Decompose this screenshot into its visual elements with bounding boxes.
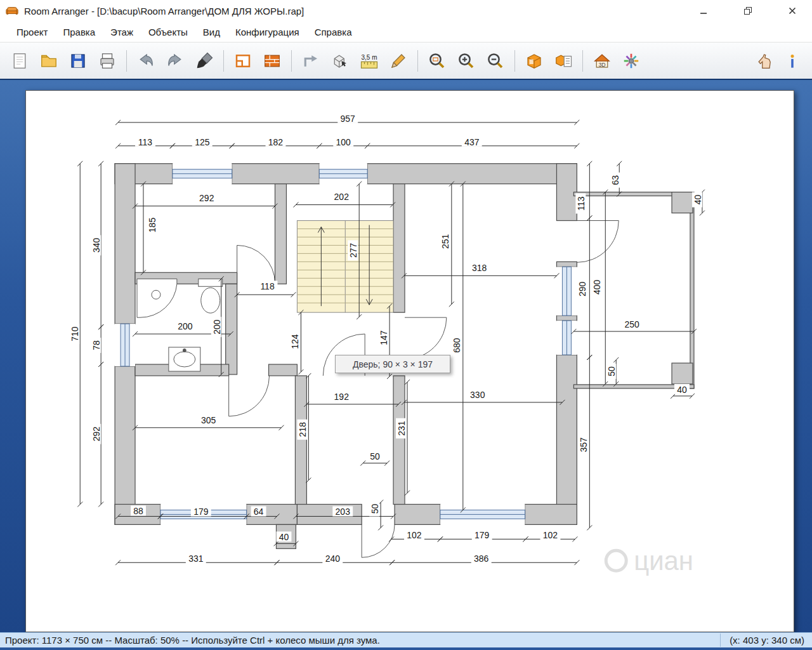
new-document-icon — [10, 51, 29, 70]
dimension-label: 64 — [251, 506, 266, 517]
door-tooltip-text: Дверь; 90 × 3 × 197 — [353, 359, 433, 369]
svg-text:124: 124 — [290, 334, 300, 349]
object-3d-button[interactable] — [325, 46, 355, 76]
menu-objects[interactable]: Объекты — [141, 23, 195, 41]
redo-button[interactable] — [160, 46, 190, 76]
zoom-out-icon — [486, 51, 505, 70]
toolbar-separator — [126, 50, 127, 72]
draw-button[interactable] — [384, 46, 413, 76]
edit-room-button[interactable] — [228, 46, 258, 76]
save-floppy-icon — [69, 51, 88, 70]
dimension-label: 192 — [331, 391, 351, 402]
view-3d-list-button[interactable] — [549, 46, 578, 76]
dimension-label: 113 — [575, 194, 586, 214]
dimension-label: 118 — [258, 281, 278, 291]
dimension-label: 331 — [186, 553, 206, 564]
measure-button[interactable]: 3,5 m — [355, 46, 384, 76]
drawing-canvas[interactable]: 9571131251821004377103407829229220218527… — [25, 90, 794, 632]
zoom-window-button[interactable] — [422, 46, 452, 76]
zoom-out-button[interactable] — [481, 46, 510, 76]
wall-button[interactable] — [258, 46, 287, 76]
svg-text:50: 50 — [370, 503, 380, 514]
svg-text:185: 185 — [147, 218, 157, 233]
measure-ruler-icon: 3,5 m — [358, 51, 380, 70]
view-3d-list-icon — [554, 51, 573, 70]
restore-button[interactable] — [738, 3, 757, 19]
undo-button[interactable] — [131, 46, 160, 76]
redo-arrow-icon — [166, 51, 185, 70]
svg-text:305: 305 — [201, 415, 216, 425]
dimension-label: 957 — [337, 113, 358, 124]
svg-text:78: 78 — [91, 340, 102, 350]
svg-text:118: 118 — [260, 281, 274, 291]
menu-project[interactable]: Проект — [9, 23, 55, 41]
new-project-button[interactable] — [5, 46, 34, 76]
dimension-label: 50 — [606, 364, 617, 379]
svg-text:386: 386 — [474, 554, 489, 564]
svg-text:680: 680 — [452, 338, 462, 353]
toolbar-separator — [514, 50, 515, 72]
printer-icon — [98, 51, 117, 70]
svg-text:147: 147 — [379, 330, 389, 345]
minimize-button[interactable] — [694, 3, 713, 19]
dimension-label: 147 — [378, 328, 389, 348]
svg-text:400: 400 — [592, 279, 602, 295]
open-project-button[interactable] — [34, 46, 63, 76]
pointer-mode-button[interactable] — [749, 46, 778, 76]
svg-text:192: 192 — [334, 392, 350, 402]
menu-floor[interactable]: Этаж — [103, 23, 141, 41]
view-3d-button[interactable] — [520, 46, 549, 76]
about-button[interactable] — [778, 46, 807, 76]
menu-view[interactable]: Вид — [195, 23, 228, 41]
dimension-label: 277 — [348, 240, 358, 260]
format-paint-button[interactable] — [190, 46, 219, 76]
move-object-button[interactable] — [296, 46, 325, 76]
svg-text:100: 100 — [336, 137, 351, 147]
dimension-label: 113 — [135, 136, 155, 147]
svg-text:231: 231 — [396, 421, 407, 436]
menu-configuration[interactable]: Конфигурация — [228, 23, 307, 41]
svg-text:710: 710 — [70, 326, 80, 342]
dimension-label: 202 — [331, 191, 351, 202]
zoom-in-button[interactable] — [452, 46, 481, 76]
svg-text:437: 437 — [464, 137, 480, 147]
toilet-bowl-icon — [201, 288, 220, 313]
svg-text:3D: 3D — [598, 62, 605, 68]
menu-edit[interactable]: Правка — [55, 23, 103, 41]
dimension-label: 305 — [199, 415, 219, 425]
dimension-label: 102 — [540, 529, 561, 540]
house-3d-button[interactable]: 3D — [587, 46, 617, 76]
save-button[interactable] — [63, 46, 93, 76]
dimension-label: 386 — [471, 553, 492, 564]
svg-text:250: 250 — [625, 319, 640, 329]
print-button[interactable] — [93, 46, 122, 76]
staircase — [297, 221, 393, 313]
svg-text:202: 202 — [334, 192, 350, 202]
svg-text:277: 277 — [348, 243, 358, 258]
svg-text:331: 331 — [188, 554, 204, 564]
dimension-label: 179 — [472, 529, 492, 540]
dimension-label: 185 — [147, 215, 157, 235]
dimension-label: 50 — [369, 501, 380, 516]
svg-text:50: 50 — [606, 366, 617, 376]
close-icon — [788, 6, 797, 15]
svg-text:330: 330 — [470, 390, 485, 400]
open-folder-icon — [39, 51, 58, 70]
door-tooltip: Дверь; 90 × 3 × 197 — [335, 355, 450, 373]
visual-settings-button[interactable] — [617, 46, 646, 76]
status-project-info: Проект: 1173 × 750 см -- Масштаб: 50% --… — [5, 635, 720, 646]
visual-settings-icon — [622, 51, 641, 70]
move-object-icon — [301, 51, 320, 70]
status-bar: Проект: 1173 × 750 см -- Масштаб: 50% --… — [0, 632, 812, 647]
dimension-label: 437 — [462, 136, 482, 147]
menu-help[interactable]: Справка — [307, 23, 360, 41]
svg-text:125: 125 — [195, 137, 210, 147]
room-arranger-window: Room Arranger - [D:\bacup\Room Arranger\… — [0, 0, 812, 650]
svg-text:113: 113 — [138, 137, 152, 147]
object-3d-icon — [331, 51, 350, 70]
svg-text:88: 88 — [133, 506, 143, 516]
dimension-label: 88 — [131, 505, 146, 516]
close-button[interactable] — [783, 3, 802, 19]
dimension-label: 292 — [91, 424, 102, 444]
toolbar-separator — [417, 50, 418, 72]
